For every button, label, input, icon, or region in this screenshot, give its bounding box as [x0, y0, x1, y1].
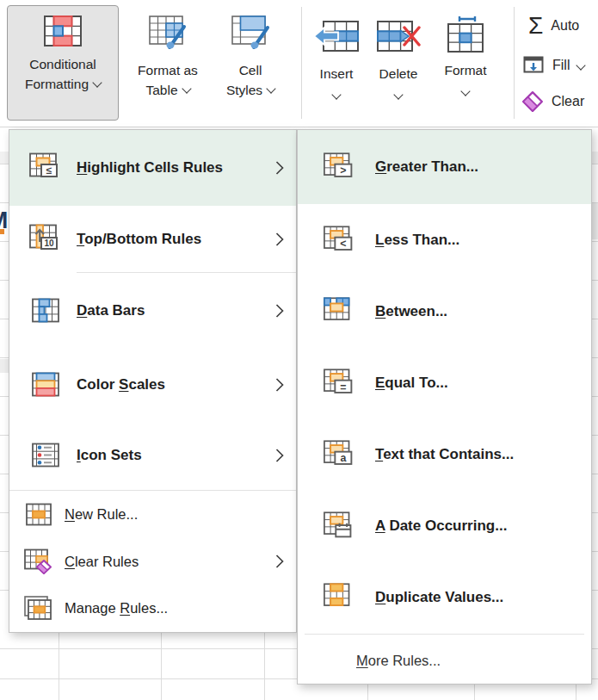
submenu-item-more-rules[interactable]: More Rules...: [298, 635, 591, 686]
chevron-down-icon: [182, 84, 191, 94]
menu-item-label: Text that Contains...: [375, 446, 514, 463]
submenu-item-less-than[interactable]: < Less Than...: [298, 204, 591, 276]
submenu-arrow-icon: [275, 554, 284, 569]
menu-item-new-rule[interactable]: New Rule...: [9, 491, 296, 538]
greater-than-icon: >: [324, 152, 358, 183]
menu-item-label: A Date Occurring...: [375, 517, 507, 535]
svg-text:<: <: [340, 238, 346, 250]
menu-item-label: More Rules...: [356, 653, 441, 669]
icon-sets-icon: [28, 443, 66, 468]
menu-item-label: Between...: [375, 303, 447, 320]
menu-item-label: Manage Rules...: [65, 600, 168, 616]
svg-text:=: =: [340, 381, 346, 393]
top-bottom-rules-icon: 10: [28, 224, 66, 255]
menu-item-icon-sets[interactable]: Icon Sets: [9, 421, 296, 490]
conditional-formatting-menu: ≤ Highlight Cells Rules 10 Top/Botto: [9, 129, 297, 633]
conditional-formatting-button[interactable]: Conditional Formatting: [7, 5, 119, 121]
delete-label: Delete: [379, 64, 418, 84]
ribbon-group-separator: [514, 7, 515, 119]
cell-styles-label: Cell Styles: [226, 60, 274, 101]
delete-cells-icon: [376, 19, 421, 53]
menu-item-label: Greater Than...: [375, 158, 478, 176]
chevron-down-icon: [460, 87, 470, 96]
svg-text:≤: ≤: [46, 164, 52, 177]
insert-button[interactable]: Insert: [308, 5, 365, 98]
chevron-down-icon: [266, 84, 275, 94]
menu-item-label: Equal To...: [375, 375, 448, 392]
svg-text:>: >: [340, 164, 346, 177]
menu-item-manage-rules[interactable]: Manage Rules...: [9, 585, 296, 632]
equal-to-icon: =: [324, 368, 358, 399]
menu-item-label: Top/Bottom Rules: [77, 231, 201, 248]
manage-rules-icon: [23, 596, 54, 622]
less-than-icon: <: [324, 225, 358, 256]
menu-item-label: Duplicate Values...: [375, 589, 503, 606]
clear-button[interactable]: Clear: [521, 90, 584, 113]
clear-label: Clear: [552, 94, 584, 109]
highlight-cells-rules-submenu: > Greater Than... < Less Than...: [297, 129, 592, 685]
color-scales-icon: [28, 372, 66, 398]
clear-rules-icon: [23, 548, 54, 575]
submenu-item-a-date-occurring[interactable]: A Date Occurring...: [298, 490, 591, 561]
cell-styles-icon: [231, 13, 270, 53]
menu-item-color-scales[interactable]: Color Scales: [9, 348, 296, 421]
format-label: Format: [444, 60, 486, 80]
highlight-cells-rules-icon: ≤: [28, 152, 66, 183]
menu-item-label: Icon Sets: [77, 447, 142, 464]
submenu-arrow-icon: [275, 232, 284, 246]
menu-item-label: Color Scales: [77, 376, 165, 393]
autosum-label: Auto: [551, 18, 579, 34]
menu-item-data-bars[interactable]: Data Bars: [9, 273, 296, 348]
conditional-formatting-label: Conditional Formatting: [25, 54, 101, 95]
fill-label: Fill: [552, 58, 570, 73]
menu-item-top-bottom-rules[interactable]: 10 Top/Bottom Rules: [9, 206, 296, 272]
data-bars-icon: [28, 298, 66, 324]
autosum-button[interactable]: Σ Auto: [528, 14, 579, 38]
format-as-table-icon: [148, 13, 188, 53]
excel-window: M Conditional Formatting: [0, 0, 598, 700]
format-as-table-button[interactable]: Format as Table: [126, 5, 210, 101]
insert-label: Insert: [320, 64, 354, 84]
format-cells-icon: [446, 14, 485, 53]
fill-down-icon: [523, 55, 545, 75]
menu-item-label: Data Bars: [77, 302, 145, 319]
submenu-arrow-icon: [275, 161, 284, 176]
menu-item-label: Clear Rules: [65, 554, 139, 570]
format-button[interactable]: Format: [434, 5, 497, 95]
chevron-down-icon: [576, 60, 586, 70]
menu-item-label: Less Than...: [375, 232, 459, 249]
menu-item-highlight-cells-rules[interactable]: ≤ Highlight Cells Rules: [9, 130, 296, 206]
fill-button[interactable]: Fill: [523, 55, 584, 75]
new-rule-icon: [23, 503, 54, 526]
submenu-item-greater-than[interactable]: > Greater Than...: [298, 130, 591, 204]
text-that-contains-icon: a: [324, 439, 358, 470]
submenu-arrow-icon: [275, 449, 284, 463]
duplicate-values-icon: [324, 582, 358, 613]
chevron-down-icon: [92, 78, 102, 88]
format-as-table-label: Format as Table: [138, 60, 198, 101]
sigma-icon: Σ: [528, 14, 543, 38]
submenu-item-duplicate-values[interactable]: Duplicate Values...: [298, 561, 591, 634]
delete-button[interactable]: Delete: [368, 5, 428, 98]
ribbon: Conditional Formatting Format as Table: [0, 0, 598, 127]
worksheet-content-fragment-orange: [0, 229, 4, 234]
svg-text:10: 10: [44, 238, 54, 248]
submenu-item-equal-to[interactable]: = Equal To...: [298, 347, 591, 418]
between-icon: [324, 296, 358, 327]
insert-cells-icon: [313, 19, 360, 53]
eraser-icon: [521, 90, 544, 113]
chevron-down-icon: [331, 90, 341, 100]
submenu-item-text-that-contains[interactable]: a Text that Contains...: [298, 418, 591, 490]
a-date-occurring-icon: [324, 511, 358, 542]
menu-item-label: New Rule...: [65, 506, 138, 523]
menu-item-clear-rules[interactable]: Clear Rules: [9, 538, 296, 585]
submenu-arrow-icon: [275, 303, 284, 318]
svg-text:a: a: [340, 452, 346, 464]
menu-item-label: Highlight Cells Rules: [77, 159, 223, 177]
cell-styles-button[interactable]: Cell Styles: [213, 5, 287, 101]
conditional-formatting-icon: [43, 14, 83, 48]
chevron-down-icon: [393, 90, 403, 100]
ribbon-group-separator: [301, 7, 302, 119]
submenu-item-between[interactable]: Between...: [298, 276, 591, 347]
submenu-arrow-icon: [275, 377, 284, 392]
